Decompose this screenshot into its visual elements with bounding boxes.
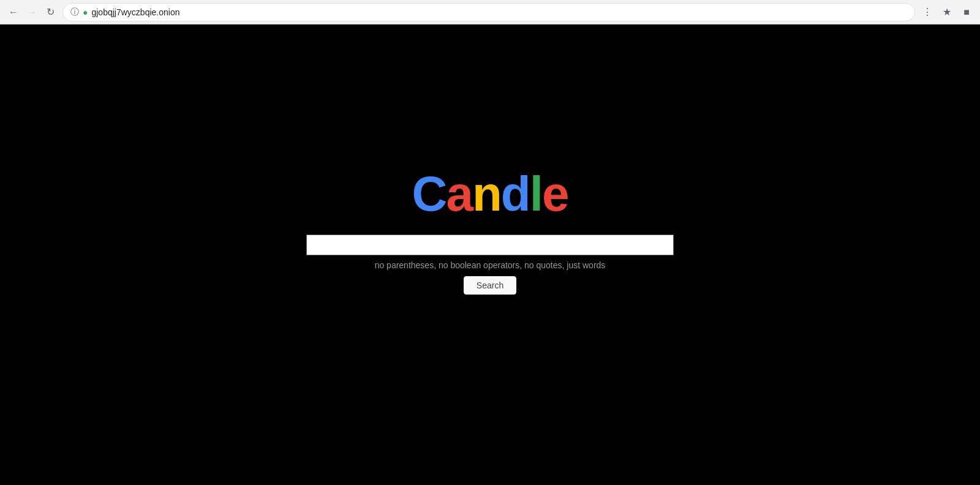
logo-letter-e: e: [542, 167, 568, 221]
back-button[interactable]: ←: [5, 4, 22, 21]
address-text: gjobqjj7wyczbqie.onion: [91, 7, 907, 17]
page-content: Candle no parentheses, no boolean operat…: [0, 24, 980, 485]
logo-letter-d: d: [501, 167, 530, 221]
site-logo: Candle: [412, 166, 568, 222]
forward-button[interactable]: →: [23, 4, 40, 21]
logo-letter-n: n: [472, 167, 501, 221]
address-bar[interactable]: ⓘ ● gjobqjj7wyczbqie.onion: [62, 3, 915, 21]
search-hint: no parentheses, no boolean operators, no…: [375, 260, 606, 270]
logo-letter-l: l: [530, 167, 542, 221]
logo-letter-C: C: [412, 167, 447, 221]
menu-button[interactable]: ⋮: [919, 4, 936, 21]
nav-buttons: ← → ↻: [5, 4, 59, 21]
search-input[interactable]: [306, 235, 674, 255]
browser-right-buttons: ⋮ ★ ■: [919, 4, 975, 21]
tor-icon: ●: [83, 7, 88, 17]
search-form: no parentheses, no boolean operators, no…: [306, 235, 674, 295]
sidebar-button[interactable]: ■: [958, 4, 975, 21]
bookmark-button[interactable]: ★: [938, 4, 956, 21]
browser-chrome: ← → ↻ ⓘ ● gjobqjj7wyczbqie.onion ⋮ ★ ■: [0, 0, 980, 24]
reload-button[interactable]: ↻: [42, 4, 59, 21]
info-icon: ⓘ: [70, 7, 79, 18]
logo-letter-a: a: [446, 167, 472, 221]
search-button[interactable]: Search: [464, 276, 516, 295]
